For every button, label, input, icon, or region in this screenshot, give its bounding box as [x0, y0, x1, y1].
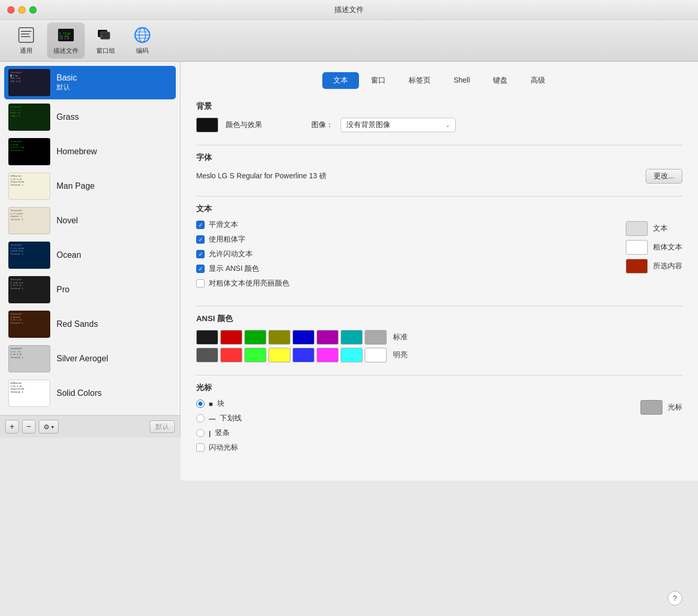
ansi-colors-checkbox[interactable]	[196, 265, 205, 273]
sidebar-item-man-page[interactable]: ATHServer 2.4% 4.1% Inspiration Terminal…	[4, 169, 176, 203]
text-colors: 文本 粗体文本 所选内容	[626, 220, 682, 293]
divider-2	[196, 196, 682, 197]
settings-button[interactable]: ⚙ ▾	[39, 420, 59, 434]
svg-rect-3	[21, 36, 30, 37]
tab-window[interactable]: 窗口	[360, 72, 397, 89]
toolbar-label-general: 通用	[20, 47, 32, 55]
toolbar-item-window-groups[interactable]: $ _ 窗口组	[90, 22, 121, 59]
ansi-bright-6[interactable]	[341, 348, 363, 362]
tab-shell[interactable]: Shell	[443, 72, 481, 89]
bold-text-label: 使用粗体字	[209, 235, 245, 244]
basic-sub: 默认	[57, 83, 77, 92]
ansi-bright-3[interactable]	[268, 348, 290, 362]
tab-advanced[interactable]: 高级	[520, 72, 556, 89]
selection-color-swatch[interactable]	[626, 259, 648, 273]
thumb-novel: TerminalP $ vi novel Chapter 1 Terminal …	[8, 207, 50, 234]
maximize-button[interactable]	[29, 6, 37, 14]
cursor-underline-row: — 下划线	[196, 414, 625, 423]
cursor-underline-radio[interactable]	[196, 414, 205, 423]
basic-name: Basic	[57, 73, 77, 83]
svg-text:123  2.4%: 123 2.4%	[59, 37, 70, 40]
sidebar-item-homebrew[interactable]: TerminalP $ brew install pkg Terminal $ …	[4, 135, 176, 168]
thumb-ocean: TerminalP $ ssh ocean connecting Termina…	[8, 242, 50, 269]
cursor-color-row: 光标	[640, 400, 682, 415]
blink-text-checkbox[interactable]	[196, 250, 205, 258]
ansi-std-3[interactable]	[268, 330, 290, 345]
tab-keyboard[interactable]: 键盘	[482, 72, 519, 89]
toolbar-item-encoding[interactable]: 编码	[127, 22, 158, 59]
ansi-std-4[interactable]	[292, 330, 314, 345]
selection-color-row: 所选内容	[626, 259, 682, 273]
ansi-bright-0[interactable]	[196, 348, 218, 362]
ansi-std-6[interactable]	[341, 330, 363, 345]
cursor-color-label: 光标	[668, 403, 682, 412]
font-name: Meslo LG S Regular for Powerline 13 磅	[196, 172, 638, 181]
panel-wrapper: 文本 窗口 标签页 Shell 键盘 高级	[181, 62, 698, 616]
bold-color-label: 粗体文本	[653, 243, 682, 252]
sidebar-item-ocean[interactable]: TerminalP $ ssh ocean connecting Termina…	[4, 238, 176, 272]
smooth-text-checkbox[interactable]	[196, 221, 205, 229]
text-color-row: 文本	[626, 221, 682, 236]
cursor-color-swatch[interactable]	[640, 400, 662, 415]
sidebar-item-pro[interactable]: TerminalP $ sudo pro 2.4% 6.1% Terminal …	[4, 273, 176, 306]
sidebar-item-silver-aerogel[interactable]: TerminalP $ ls -la 2.4% 4.1% Terminal $ …	[4, 342, 176, 375]
text-color-swatch[interactable]	[626, 221, 648, 236]
background-row: 颜色与效果 图像： 没有背景图像 ⌄	[196, 118, 682, 132]
ansi-bright-2[interactable]	[244, 348, 266, 362]
change-font-button[interactable]: 更改...	[646, 169, 682, 184]
sidebar-item-grass[interactable]: TerminalP $ ls -la drwxr-xr -rw-r--r Gra…	[4, 100, 176, 134]
image-dropdown[interactable]: 没有背景图像 ⌄	[341, 118, 456, 132]
toolbar-label-encoding: 编码	[136, 47, 149, 55]
cursor-title: 光标	[196, 383, 682, 393]
ansi-bright-5[interactable]	[317, 348, 339, 362]
sidebar-item-basic[interactable]: TerminalP █ htop PID 2.4% CPU 4.1% Basic…	[4, 66, 176, 99]
divider-1	[196, 145, 682, 145]
blink-text-row: 允许闪动文本	[196, 249, 610, 259]
ansi-std-1[interactable]	[220, 330, 242, 345]
toolbar-item-profiles[interactable]: $ htop PID CPU% 123 2.4% 描述文件	[47, 22, 85, 59]
solid-colors-name: Solid Colors	[57, 389, 102, 398]
remove-profile-button[interactable]: −	[22, 420, 36, 434]
sidebar-item-novel[interactable]: TerminalP $ vi novel Chapter 1 Terminal …	[4, 204, 176, 237]
tab-text[interactable]: 文本	[322, 72, 359, 89]
cursor-block-radio[interactable]	[196, 400, 205, 408]
ansi-bright-1[interactable]	[220, 348, 242, 362]
cursor-block-row: ■ 块	[196, 399, 625, 408]
sidebar-item-solid-colors[interactable]: ATHServer 2.4% 4.1% Inspiration Terminal…	[4, 377, 176, 410]
toolbar-item-general[interactable]: 通用	[10, 22, 42, 59]
cursor-block-icon: ■	[209, 400, 213, 408]
help-button[interactable]: ?	[668, 591, 682, 606]
ansi-standard-label: 标准	[393, 333, 408, 342]
background-swatch-label: 颜色与效果	[226, 120, 262, 130]
bright-bold-checkbox[interactable]	[196, 279, 205, 288]
bold-text-checkbox[interactable]	[196, 235, 205, 244]
grass-name: Grass	[57, 112, 79, 122]
background-color-swatch[interactable]	[196, 118, 218, 132]
text-color-label: 文本	[653, 224, 668, 233]
novel-name: Novel	[57, 216, 78, 225]
ansi-std-0[interactable]	[196, 330, 218, 345]
ansi-std-7[interactable]	[365, 330, 387, 345]
ansi-std-5[interactable]	[317, 330, 339, 345]
thumb-homebrew: TerminalP $ brew install pkg Terminal $	[8, 138, 50, 165]
minimize-button[interactable]	[18, 6, 26, 14]
text-title: 文本	[196, 204, 682, 214]
bold-text-row: 使用粗体字	[196, 235, 610, 244]
background-title: 背景	[196, 101, 682, 111]
ansi-bright-7[interactable]	[365, 348, 387, 362]
add-profile-button[interactable]: +	[5, 420, 19, 434]
sidebar-item-red-sands[interactable]: TerminalP $ desert 2.4% 4.1% Terminal $ …	[4, 307, 176, 341]
main-content: TerminalP █ htop PID 2.4% CPU 4.1% Basic…	[0, 62, 698, 616]
man-page-name: Man Page	[57, 181, 95, 191]
divider-4	[196, 375, 682, 375]
tab-tab[interactable]: 标签页	[398, 72, 442, 89]
bright-bold-label: 对粗体文本使用亮丽颜色	[209, 279, 289, 288]
bold-color-swatch[interactable]	[626, 240, 648, 255]
blink-cursor-checkbox[interactable]	[196, 443, 205, 452]
cursor-bar-radio[interactable]	[196, 429, 205, 437]
tab-bar: 文本 窗口 标签页 Shell 键盘 高级	[196, 72, 682, 89]
ansi-bright-4[interactable]	[292, 348, 314, 362]
ansi-std-2[interactable]	[244, 330, 266, 345]
close-button[interactable]	[7, 6, 15, 14]
ocean-name: Ocean	[57, 250, 81, 260]
